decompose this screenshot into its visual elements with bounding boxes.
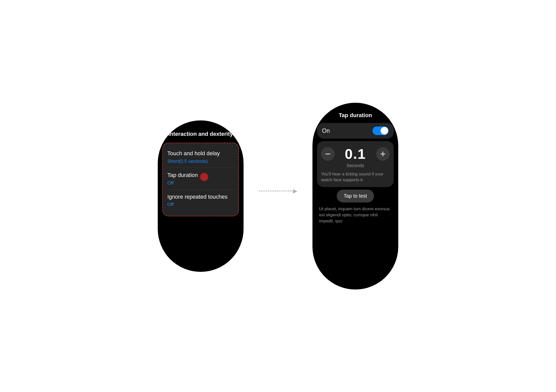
toggle-label: On bbox=[322, 127, 330, 134]
item-title: Ignore repeated touches bbox=[167, 193, 234, 201]
footer-text: Ut placet, inquam tum dicere exorsus est… bbox=[312, 206, 398, 229]
svg-rect-2 bbox=[382, 151, 383, 156]
item-title: Touch and hold delay bbox=[167, 150, 234, 158]
watch-screen-tap-duration: Tap duration On 0.1 Seconds You'll hear … bbox=[312, 103, 398, 290]
duration-description: You'll hear a ticking sound if your watc… bbox=[321, 171, 390, 183]
item-subvalue: Short(0.5 seconds) bbox=[167, 159, 234, 164]
duration-value: 0.1 bbox=[345, 146, 366, 162]
screen-title: Tap duration bbox=[312, 103, 398, 123]
decrement-button[interactable] bbox=[321, 147, 335, 161]
svg-rect-0 bbox=[326, 153, 330, 154]
toggle-panel: On bbox=[317, 123, 394, 139]
plus-icon bbox=[379, 150, 386, 158]
settings-list-panel: Touch and hold delay Short(0.5 seconds) … bbox=[162, 143, 239, 216]
increment-button[interactable] bbox=[376, 147, 390, 161]
minus-icon bbox=[324, 150, 331, 158]
list-item-ignore-repeated-touches[interactable]: Ignore repeated touches Off bbox=[163, 190, 239, 211]
duration-stepper-panel: 0.1 Seconds You'll hear a ticking sound … bbox=[317, 141, 394, 187]
item-subvalue: Off bbox=[167, 202, 234, 207]
watch-screen-interaction-dexterity: Interaction and dexterity Touch and hold… bbox=[158, 120, 244, 272]
screen-title: Interaction and dexterity bbox=[158, 120, 244, 143]
item-subvalue: Off bbox=[167, 180, 234, 186]
toggle-knob bbox=[381, 127, 388, 135]
tap-to-test-button[interactable]: Tap to test bbox=[337, 190, 374, 202]
list-item-tap-duration[interactable]: Tap duration Off bbox=[163, 168, 239, 189]
touch-indicator-icon bbox=[200, 173, 208, 181]
navigation-arrow-icon: ▶ bbox=[259, 188, 297, 194]
tap-duration-toggle[interactable] bbox=[373, 126, 389, 135]
duration-unit: Seconds bbox=[321, 163, 390, 168]
list-item-touch-hold-delay[interactable]: Touch and hold delay Short(0.5 seconds) bbox=[163, 146, 239, 168]
